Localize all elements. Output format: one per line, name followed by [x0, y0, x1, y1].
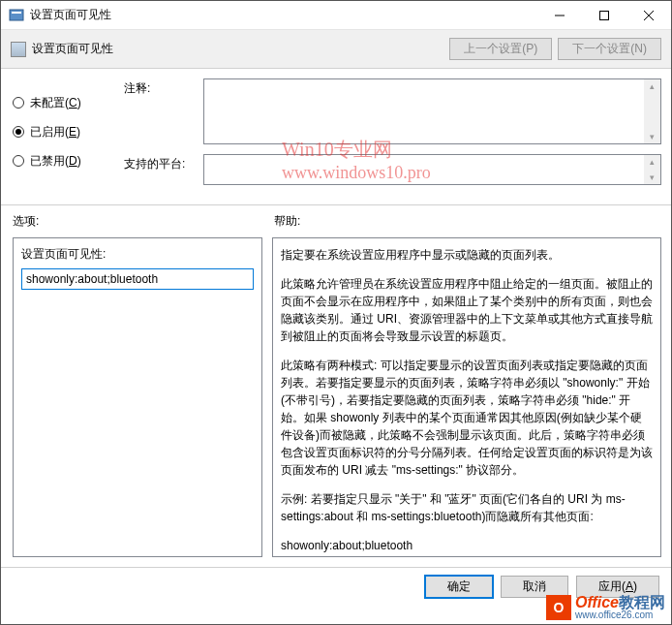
options-label: 选项: — [13, 213, 274, 230]
svg-rect-0 — [10, 10, 23, 20]
svg-rect-1 — [12, 12, 21, 14]
previous-setting-button[interactable]: 上一个设置(P) — [449, 38, 552, 60]
next-setting-button[interactable]: 下一个设置(N) — [558, 38, 661, 60]
section-labels: 选项: 帮助: — [1, 205, 671, 237]
radio-not-configured[interactable]: 未配置(C) — [13, 88, 124, 117]
radio-column: 未配置(C) 已启用(E) 已禁用(D) — [13, 78, 124, 195]
window-title: 设置页面可见性 — [30, 7, 537, 23]
help-text: 指定要在系统设置应用程序中显示或隐藏的页面列表。 — [281, 246, 653, 264]
radio-enabled[interactable]: 已启用(E) — [13, 117, 124, 146]
visibility-input[interactable] — [21, 268, 254, 290]
help-pane[interactable]: 指定要在系统设置应用程序中显示或隐藏的页面列表。 此策略允许管理员在系统设置应用… — [272, 237, 661, 557]
minimize-button[interactable] — [537, 1, 582, 29]
ok-button[interactable]: 确定 — [425, 576, 493, 598]
apply-button[interactable]: 应用(A) — [576, 576, 659, 598]
cancel-button[interactable]: 取消 — [501, 576, 568, 598]
close-button[interactable] — [626, 1, 671, 29]
comment-row: 注释: ▴▾ — [124, 78, 661, 144]
titlebar: 设置页面可见性 — [1, 1, 671, 30]
radio-label: 未配置(C) — [30, 95, 81, 111]
radio-label: 已启用(E) — [30, 124, 80, 141]
maximize-button[interactable] — [582, 1, 626, 29]
help-text: 此策略允许管理员在系统设置应用程序中阻止给定的一组页面。被阻止的页面不会显示在应… — [281, 275, 653, 345]
button-row: 确定 取消 应用(A) — [1, 567, 671, 606]
help-text: showonly:about;bluetooth — [281, 537, 653, 554]
help-text: 此策略有两种模式: 可以指定要显示的设置页面列表或指定要隐藏的页面列表。若要指定… — [281, 357, 653, 479]
radio-label: 已禁用(D) — [30, 153, 81, 170]
fields-column: 注释: ▴▾ 支持的平台: ▴▾ — [124, 78, 661, 195]
visibility-label: 设置页面可见性: — [21, 246, 254, 263]
toolbar: 设置页面可见性 上一个设置(P) 下一个设置(N) — [1, 30, 671, 69]
scrollbar[interactable]: ▴▾ — [644, 79, 660, 143]
policy-icon — [11, 42, 26, 57]
radio-icon — [13, 126, 24, 138]
help-text: 示例: 若要指定只显示 "关于" 和 "蓝牙" 页面(它们各自的 URI 为 m… — [281, 490, 653, 525]
config-area: 未配置(C) 已启用(E) 已禁用(D) 注释: ▴▾ 支持的平台: ▴▾ — [1, 69, 671, 205]
platform-box: ▴▾ — [203, 154, 661, 185]
options-pane: 设置页面可见性: — [13, 237, 262, 557]
help-label: 帮助: — [274, 213, 300, 230]
radio-icon — [13, 97, 24, 109]
lower-panes: 设置页面可见性: 指定要在系统设置应用程序中显示或隐藏的页面列表。 此策略允许管… — [1, 237, 671, 567]
scrollbar[interactable]: ▴▾ — [644, 155, 660, 184]
toolbar-label: 设置页面可见性 — [32, 41, 443, 57]
app-icon — [9, 8, 24, 23]
comment-input[interactable]: ▴▾ — [203, 78, 661, 144]
platform-label: 支持的平台: — [124, 154, 203, 185]
platform-row: 支持的平台: ▴▾ — [124, 154, 661, 185]
window-controls — [537, 1, 671, 29]
svg-rect-3 — [600, 11, 609, 19]
radio-disabled[interactable]: 已禁用(D) — [13, 146, 124, 175]
radio-icon — [13, 155, 24, 167]
comment-label: 注释: — [124, 78, 203, 144]
